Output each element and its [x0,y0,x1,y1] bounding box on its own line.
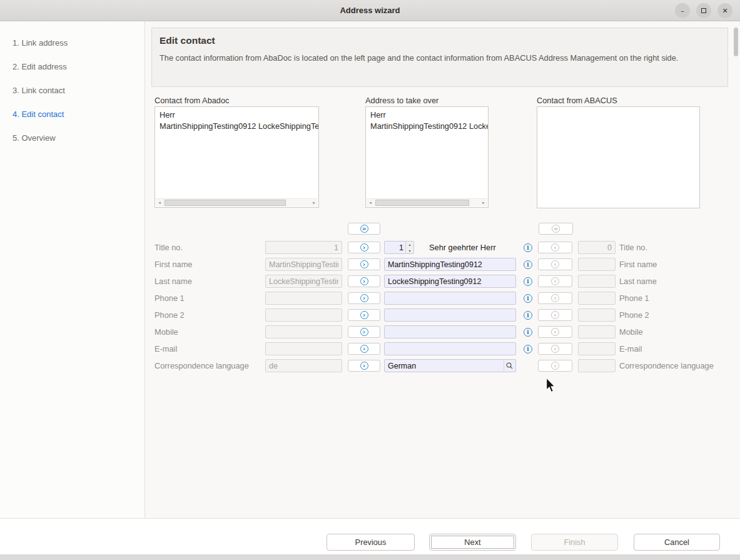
abacus-contact-textarea[interactable] [537,106,700,208]
transfer-left-button: ‹ [538,360,572,372]
close-icon: ✕ [722,7,727,15]
row-label-right: E-mail [619,344,642,354]
transfer-right-button[interactable]: › [348,343,380,355]
right-input [578,359,616,372]
scrollbar-thumb[interactable] [375,200,469,206]
form-row-first-name: First name › i ‹ First name [155,256,740,273]
step-link-address[interactable]: 1. Link address [0,31,144,54]
scroll-left-icon[interactable]: ◂ [156,200,163,205]
middle-input[interactable] [384,258,516,271]
left-input [265,342,342,355]
transfer-left-button: ‹ [538,309,572,321]
takeover-address-textarea[interactable]: Herr MartinShippingTesting0912 LockeShip… [365,106,489,208]
right-input [578,342,616,355]
middle-input[interactable] [384,308,516,322]
info-icon: i [524,345,532,354]
chevron-right-icon: › [360,345,368,353]
contact-form: Title no. › ▴ ▾ Sehr geehrter Herr [155,239,740,374]
scroll-right-icon[interactable]: ▸ [480,200,487,205]
row-label-right: First name [619,260,657,269]
mouse-cursor [545,377,556,393]
spin-up-icon[interactable]: ▴ [406,242,413,248]
abadoc-contact-text: Herr MartinShippingTesting0912 LockeShip… [155,107,318,135]
chevron-right-icon: › [360,277,368,285]
transfer-right-button[interactable]: › [348,242,380,253]
right-input [578,258,616,271]
row-label-left: E-mail [155,344,265,354]
right-input [578,308,616,322]
transfer-right-button[interactable]: › [348,360,380,372]
takeover-panel-label: Address to take over [365,96,438,105]
middle-input[interactable] [384,325,516,339]
form-row-last-name: Last name › i ‹ Last name [155,273,740,290]
transfer-right-button[interactable]: › [348,292,380,304]
left-input [265,325,342,339]
form-row-title-no: Title no. › ▴ ▾ Sehr geehrter Herr [155,239,740,256]
language-lookup-field[interactable] [384,359,516,372]
chevron-left-icon: ‹ [551,345,559,353]
middle-input[interactable] [384,292,516,305]
transfer-right-button[interactable]: › [348,258,380,270]
row-label-left: Mobile [155,327,265,337]
right-input [578,325,616,339]
horizontal-scrollbar[interactable]: ◂ ▸ [367,198,487,206]
right-input [578,241,616,254]
chevron-left-icon: ‹ [551,294,559,302]
minimize-button[interactable]: – [675,3,690,18]
left-input [265,241,342,254]
transfer-right-button[interactable]: › [348,275,380,287]
transfer-left-button: ‹ [538,242,572,253]
previous-button[interactable]: Previous [327,534,415,551]
title-no-spinner[interactable]: ▴ ▾ [384,241,414,254]
chevron-right-icon: › [360,311,368,319]
window-controls: – ✕ [675,3,732,18]
vertical-scrollbar-thumb[interactable] [734,28,738,56]
left-input [265,275,342,288]
form-row-mobile: Mobile › i ‹ Mobile [155,323,740,340]
transfer-right-button[interactable]: › [348,309,380,321]
scroll-left-icon[interactable]: ◂ [367,200,374,205]
row-label-left: Last name [155,277,265,286]
transfer-all-left-button: « [539,223,573,235]
cancel-button[interactable]: Cancel [634,534,720,551]
salutation-text: Sehr geehrter Herr [429,243,496,252]
middle-input[interactable] [385,360,504,372]
row-label-right: Phone 2 [619,310,649,320]
middle-input[interactable] [384,342,516,355]
transfer-all-right-button[interactable]: » [348,223,380,235]
next-button[interactable]: Next [429,534,516,551]
form-row-phone-1: Phone 1 › i ‹ Phone 1 [155,290,740,307]
row-label-right: Correspondence language [619,361,714,370]
row-label-left: Correspondence language [155,361,265,370]
scroll-right-icon[interactable]: ▸ [310,200,318,205]
abacus-contact-text [537,107,699,112]
chevron-left-icon: ‹ [551,260,559,268]
transfer-right-button[interactable]: › [348,326,380,338]
horizontal-scrollbar[interactable]: ◂ ▸ [156,198,318,206]
maximize-button[interactable] [696,3,711,18]
step-link-contact[interactable]: 3. Link contact [0,78,144,102]
chevron-right-icon: › [360,260,368,268]
search-icon[interactable] [504,360,515,371]
info-icon: i [524,328,532,337]
titlebar[interactable]: Address wizard – ✕ [0,0,740,21]
abadoc-contact-textarea[interactable]: Herr MartinShippingTesting0912 LockeShip… [155,106,319,208]
main-content: Edit contact The contact information fro… [145,21,740,518]
middle-input[interactable] [384,275,516,288]
spinner-buttons: ▴ ▾ [405,242,413,253]
left-input [265,359,342,372]
finish-button: Finish [531,534,618,551]
middle-input[interactable] [385,242,405,253]
spin-down-icon[interactable]: ▾ [406,248,413,254]
info-icon: i [524,243,532,252]
step-overview[interactable]: 5. Overview [0,126,144,150]
left-input [265,258,342,271]
wizard-steps-sidebar: 1. Link address 2. Edit address 3. Link … [0,21,145,518]
close-button[interactable]: ✕ [717,3,732,18]
step-edit-address[interactable]: 2. Edit address [0,54,144,78]
step-edit-contact[interactable]: 4. Edit contact [0,102,144,126]
scrollbar-thumb[interactable] [165,200,286,206]
window-bottom-edge [0,554,740,560]
right-input [578,292,616,305]
transfer-left-button: ‹ [538,258,572,270]
